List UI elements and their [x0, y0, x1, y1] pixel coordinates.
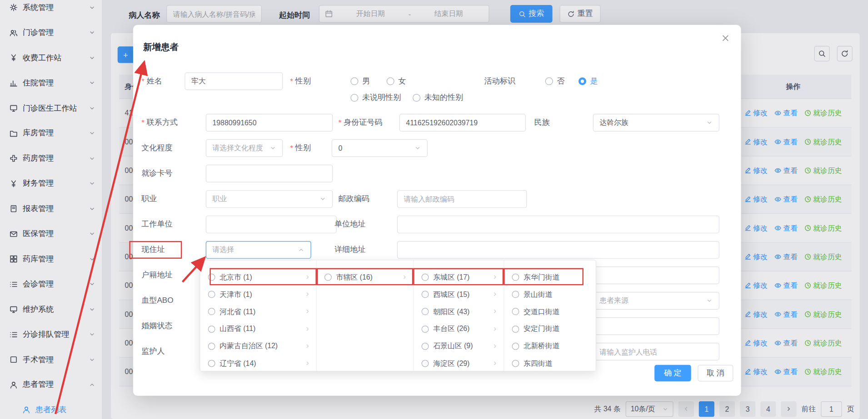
cascader-option[interactable]: 东华门街道: [504, 269, 595, 286]
detail-address-label: 详细地址: [334, 241, 365, 259]
gender-option-unspecified[interactable]: 未说明性别: [350, 89, 401, 107]
chevron-up-icon: [298, 246, 304, 253]
gender-option-male[interactable]: 男: [350, 73, 370, 90]
radio-icon: [208, 325, 215, 333]
cascader-option[interactable]: 天津市 (1): [200, 286, 316, 303]
cascader-city-column: 市辖区 (16): [317, 261, 414, 371]
chevron-right-icon: [492, 343, 498, 349]
address-cascader-dropdown: 北京市 (1)天津市 (1)河北省 (11)山西省 (11)内蒙古自治区 (12…: [200, 260, 596, 371]
radio-icon: [208, 308, 215, 315]
work-unit-input[interactable]: [206, 216, 337, 233]
visit-card-input[interactable]: [206, 165, 333, 182]
radio-icon: [208, 291, 215, 298]
cascader-option[interactable]: 北新桥街道: [504, 338, 595, 355]
cascader-option[interactable]: 海淀区 (29): [414, 355, 504, 371]
chevron-down-icon: [414, 145, 421, 152]
radio-icon: [545, 77, 553, 85]
radio-icon: [350, 94, 358, 102]
occupation-label: 职业: [141, 190, 157, 208]
cascader-option[interactable]: 东四街道: [504, 355, 595, 371]
chevron-down-icon: [706, 119, 713, 126]
gender-option-unknown[interactable]: 未知的性别: [413, 89, 463, 107]
unit-address-label: 单位地址: [334, 216, 365, 233]
chevron-right-icon: [492, 291, 498, 297]
radio-icon: [422, 343, 429, 350]
marital-right-input[interactable]: [593, 317, 719, 335]
contact-input[interactable]: [206, 114, 333, 132]
radio-selected-icon: [579, 77, 586, 85]
chevron-down-icon: [269, 145, 276, 152]
chevron-right-icon: [304, 326, 310, 332]
id-number-input[interactable]: [399, 114, 526, 132]
cancel-button[interactable]: 取 消: [698, 365, 733, 382]
confirm-button[interactable]: 确 定: [654, 365, 691, 382]
work-unit-label: 工作单位: [141, 216, 172, 233]
radio-icon: [422, 274, 429, 281]
cascader-option[interactable]: 内蒙古自治区 (12): [200, 338, 316, 355]
gender-code-select[interactable]: 0: [332, 139, 428, 157]
postal-code-input[interactable]: [397, 190, 527, 208]
current-address-cascader-select[interactable]: 请选择: [206, 241, 311, 259]
cascader-option[interactable]: 市辖区 (16): [317, 269, 413, 286]
cascader-option[interactable]: 东城区 (17): [414, 269, 504, 286]
cascader-option[interactable]: 北京市 (1): [200, 269, 316, 286]
radio-icon: [350, 77, 358, 85]
cascader-option[interactable]: 辽宁省 (14): [200, 355, 316, 371]
cascader-option[interactable]: 交道口街道: [504, 303, 595, 320]
cascader-option[interactable]: 朝阳区 (43): [414, 303, 504, 320]
cascader-option[interactable]: 河北省 (11): [200, 303, 316, 320]
visit-card-label: 就诊卡号: [141, 165, 172, 182]
household-detail-input[interactable]: [593, 266, 719, 284]
detail-address-input[interactable]: [397, 241, 719, 259]
cascader-option[interactable]: 山西省 (11): [200, 320, 316, 338]
id-number-label: *身份证号码: [338, 114, 382, 132]
postal-code-label: 邮政编码: [338, 190, 369, 208]
radio-icon: [512, 274, 519, 281]
radio-icon: [512, 360, 519, 367]
contact-label: *联系方式: [141, 114, 178, 132]
gender-code-label: *性别: [290, 139, 311, 157]
chevron-right-icon: [402, 274, 408, 280]
chevron-right-icon: [492, 309, 498, 315]
chevron-right-icon: [492, 326, 498, 332]
radio-icon: [512, 308, 519, 315]
cascader-option[interactable]: 丰台区 (26): [414, 320, 504, 338]
chevron-right-icon: [304, 274, 310, 280]
education-select[interactable]: 请选择文化程度: [206, 139, 283, 157]
current-address-label: 现住址: [141, 241, 165, 259]
radio-icon: [208, 274, 215, 281]
guardian-label: 监护人: [141, 343, 165, 360]
patient-source-select[interactable]: 患者来源: [593, 292, 719, 310]
ethnicity-select[interactable]: 达斡尔族: [593, 114, 719, 132]
active-flag-no[interactable]: 否: [545, 73, 565, 90]
cascader-option[interactable]: 景山街道: [504, 286, 595, 303]
household-address-label: 户籍地址: [141, 266, 172, 284]
cascader-option[interactable]: 安定门街道: [504, 320, 595, 338]
name-input[interactable]: [185, 73, 283, 90]
chevron-right-icon: [304, 360, 310, 366]
chevron-right-icon: [304, 291, 310, 297]
close-icon[interactable]: [721, 34, 730, 42]
cascader-option[interactable]: 石景山区 (9): [414, 338, 504, 355]
cascader-option[interactable]: 西城区 (15): [414, 286, 504, 303]
modal-title: 新增患者: [143, 41, 179, 53]
marital-status-label: 婚姻状态: [141, 317, 172, 335]
cascader-street-column: 东华门街道景山街道交道口街道安定门街道北新桥街道东四街道: [504, 261, 595, 371]
radio-icon: [422, 291, 429, 298]
active-flag-yes[interactable]: 是: [579, 73, 598, 90]
application-window: 系统管理门诊管理收费工作站住院管理门诊医生工作站库房管理药房管理财务管理报表管理…: [0, 0, 868, 419]
gender-option-female[interactable]: 女: [387, 73, 406, 90]
radio-icon: [324, 274, 332, 281]
cascader-province-column: 北京市 (1)天津市 (1)河北省 (11)山西省 (11)内蒙古自治区 (12…: [200, 261, 317, 371]
unit-address-input[interactable]: [397, 216, 719, 233]
gender-label: *性别: [290, 73, 311, 90]
radio-icon: [413, 94, 420, 102]
chevron-right-icon: [304, 343, 310, 349]
chevron-down-icon: [319, 196, 326, 202]
guardian-phone-input[interactable]: [593, 343, 719, 360]
cascader-district-column: 东城区 (17)西城区 (15)朝阳区 (43)丰台区 (26)石景山区 (9)…: [414, 261, 504, 371]
occupation-select[interactable]: 职业: [206, 190, 333, 208]
chevron-down-icon: [706, 297, 713, 304]
radio-icon: [512, 325, 519, 333]
radio-icon: [208, 343, 215, 350]
